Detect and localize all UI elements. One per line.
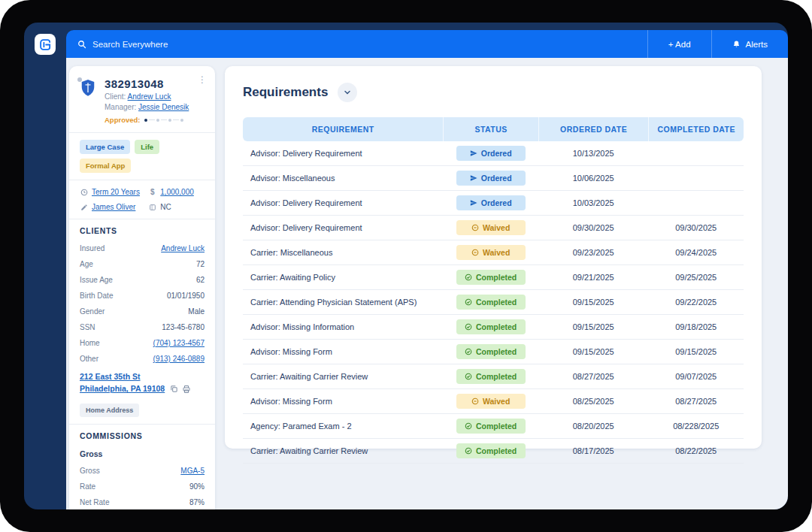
case-header-text: 382913048 Client: Andrew Luck Manager: J… (105, 77, 189, 124)
status-cell: Waived (443, 389, 538, 414)
field-label: Insured (80, 244, 105, 252)
requirement-name-cell: Advisor: Delivery Requirement (243, 191, 443, 216)
requirement-row[interactable]: Advisor: Delivery RequirementWaived09/30… (243, 216, 744, 240)
manager-line: Manager: Jessie Denesik (105, 103, 189, 111)
topbar-actions: + Add Alerts (647, 30, 788, 58)
field-row: Issue Age62 (80, 276, 205, 284)
requirement-row[interactable]: Advisor: Delivery RequirementOrdered10/0… (243, 191, 744, 216)
search-icon (77, 40, 86, 49)
column-header-completed-date: COMPLETED DATE (648, 117, 744, 141)
status-badge: Completed (456, 270, 526, 285)
status-badge: Ordered (456, 171, 526, 186)
field-value-link[interactable]: Andrew Luck (161, 244, 205, 252)
amount-link[interactable]: 1,000,000 (160, 188, 194, 196)
completed-date-cell (648, 166, 744, 191)
field-row: Net Rate87% (80, 498, 205, 506)
completed-date-cell: 08/228/2025 (648, 414, 744, 439)
requirement-name-cell: Advisor: Missing Form (243, 340, 443, 364)
collapse-requirements-button[interactable] (338, 83, 357, 102)
requirement-row[interactable]: Advisor: Missing InformationCompleted09/… (243, 315, 744, 340)
requirement-name-cell: Carrier: Awaiting Policy (243, 265, 443, 290)
chevron-down-icon (343, 88, 352, 97)
address-link[interactable]: 212 East 35th St Philadelphia, PA 19108 (80, 370, 165, 395)
writing-agent-link[interactable]: James Oliver (92, 203, 135, 211)
requirement-row[interactable]: Advisor: MiscellaneousOrdered10/06/2025 (243, 166, 744, 191)
add-button[interactable]: + Add (647, 30, 711, 58)
status-cell: Ordered (443, 141, 538, 166)
completed-date-cell: 09/24/2025 (648, 240, 744, 265)
requirement-row[interactable]: Advisor: Delivery RequirementOrdered10/1… (243, 141, 744, 166)
term-link[interactable]: Term 20 Years (92, 188, 140, 196)
status-cell: Completed (443, 364, 538, 389)
field-value: 62 (196, 276, 205, 284)
completed-date-cell: 09/15/2025 (648, 340, 744, 364)
requirement-row[interactable]: Carrier: Awaiting Carrier ReviewComplete… (243, 439, 744, 464)
status-badge: Ordered (456, 195, 526, 210)
alerts-button-label: Alerts (746, 40, 768, 49)
ordered-date-cell: 08/17/2025 (538, 439, 649, 464)
requirement-row[interactable]: Carrier: Attending Physician Statement (… (243, 290, 744, 315)
client-link[interactable]: Andrew Luck (128, 92, 171, 101)
status-label: Waived (483, 397, 510, 406)
completed-date-cell: 09/30/2025 (648, 216, 744, 240)
field-label: Issue Age (80, 276, 113, 284)
manager-link[interactable]: Jessie Denesik (138, 103, 189, 111)
case-tag: Life (135, 140, 159, 154)
client-label: Client: (105, 92, 126, 101)
field-row: SSN123-45-6780 (80, 323, 205, 331)
search-input[interactable] (92, 40, 636, 49)
app-logo[interactable] (35, 34, 56, 55)
column-header-status: STATUS (443, 117, 538, 141)
check-circle-icon (465, 373, 472, 380)
requirements-header: Requirements (243, 83, 744, 102)
address-actions (170, 385, 191, 395)
global-search[interactable] (66, 30, 647, 58)
field-value-link[interactable]: (704) 123-4567 (153, 339, 205, 347)
printer-icon[interactable] (182, 385, 191, 394)
alerts-button[interactable]: Alerts (711, 30, 788, 58)
requirement-row[interactable]: Carrier: Awaiting PolicyCompleted09/21/2… (243, 265, 744, 290)
status-label: Completed (476, 273, 517, 282)
divider (69, 219, 215, 219)
check-circle-icon (465, 422, 472, 430)
client-line: Client: Andrew Luck (105, 92, 189, 101)
case-tags: Large CaseLifeFormal App (80, 140, 205, 173)
field-value-link[interactable]: MGA-5 (180, 467, 205, 475)
status-badge: Completed (456, 419, 526, 434)
status-label: Waived (483, 248, 510, 257)
clients-section: CLIENTS InsuredAndrew LuckAge72Issue Age… (80, 226, 205, 417)
left-nav-rail (24, 23, 66, 509)
requirement-name-cell: Carrier: Miscellaneous (243, 240, 443, 265)
address-type-badge: Home Address (80, 404, 139, 417)
copy-icon[interactable] (170, 385, 178, 394)
send-icon (470, 199, 477, 207)
pencil-icon (80, 204, 88, 211)
field-row: Other(913) 246-0889 (80, 355, 205, 363)
address-row: 212 East 35th St Philadelphia, PA 19108 (80, 370, 205, 395)
approved-progress (144, 119, 183, 122)
completed-date-cell: 09/22/2025 (648, 290, 744, 315)
requirement-row[interactable]: Advisor: Missing FormCompleted09/15/2025… (243, 340, 744, 364)
requirement-row[interactable]: Carrier: Awaiting Carrier ReviewComplete… (243, 364, 744, 389)
send-icon (470, 174, 477, 182)
writing-agent-item: James Oliver (80, 203, 148, 211)
status-badge: Completed (456, 319, 526, 334)
field-value-link[interactable]: (913) 246-0889 (153, 355, 205, 363)
ordered-date-cell: 08/20/2025 (538, 414, 649, 439)
bell-icon (732, 40, 741, 49)
field-label: Birth Date (80, 292, 113, 300)
requirement-row[interactable]: Agency: Paramed Exam - 2Completed08/20/2… (243, 414, 744, 439)
clock-icon (80, 189, 88, 196)
kebab-menu-icon[interactable]: ⋮ (195, 73, 209, 86)
content-area: 382913048 Client: Andrew Luck Manager: J… (66, 58, 788, 509)
status-label: Completed (476, 298, 517, 307)
requirement-name-cell: Advisor: Delivery Requirement (243, 216, 443, 240)
completed-date-cell: 09/25/2025 (648, 265, 744, 290)
field-label: Age (80, 260, 93, 268)
status-cell: Completed (443, 265, 538, 290)
ordered-date-cell: 08/27/2025 (538, 364, 649, 389)
completed-date-cell: 08/22/2025 (648, 439, 744, 464)
requirement-row[interactable]: Advisor: Missing FormWaived08/25/202508/… (243, 389, 744, 414)
waived-circle-icon (471, 224, 479, 231)
requirement-row[interactable]: Carrier: MiscellaneousWaived09/23/202509… (243, 240, 744, 265)
